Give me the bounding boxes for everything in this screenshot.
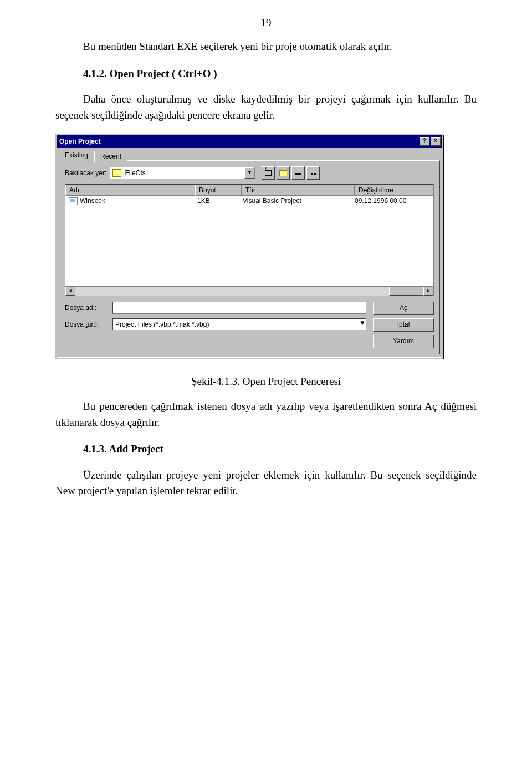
- paragraph-2: Daha önce oluşturulmuş ve diske kaydedil…: [55, 91, 477, 123]
- chevron-down-icon[interactable]: ▼: [359, 319, 366, 330]
- filetype-combo[interactable]: Project Files (*.vbp;*.mak;*.vbg) ▼: [112, 318, 366, 330]
- file-size: 1KB: [194, 197, 239, 205]
- listview-rows: Winseek 1KB Visual Basic Project 09.12.1…: [65, 196, 433, 286]
- vbp-file-icon: [69, 197, 78, 205]
- details-view-icon: [311, 172, 316, 175]
- dialog-body: Existing Recent Bakılacak yer: FileCts ▼: [57, 148, 442, 358]
- column-header-name[interactable]: Adı: [65, 185, 195, 196]
- help-titlebar-button[interactable]: ?: [420, 137, 429, 146]
- scrollbar-track[interactable]: [75, 287, 423, 296]
- column-header-size[interactable]: Boyut: [195, 185, 242, 196]
- filename-label: Dosya adı:: [65, 304, 108, 312]
- chevron-down-icon[interactable]: ▼: [244, 167, 254, 179]
- tab-page-existing: Bakılacak yer: FileCts ▼: [59, 160, 440, 354]
- dialog-title: Open Project: [58, 138, 101, 145]
- file-listview[interactable]: Adı Boyut Tür Değiştirilme Winseek 1KB V…: [65, 184, 434, 296]
- filetype-value: Project Files (*.vbp;*.mak;*.vbg): [113, 319, 359, 330]
- file-name: Winseek: [80, 197, 105, 205]
- close-titlebar-button[interactable]: ×: [431, 137, 441, 146]
- cancel-button[interactable]: İptal: [373, 318, 434, 332]
- section-heading-open-project: 4.1.2. Open Project ( Ctrl+O ): [55, 66, 477, 82]
- paragraph-3: Bu pencereden çağrılmak istenen dosya ad…: [55, 399, 477, 430]
- paragraph-4: Üzerinde çalışılan projeye yeni projeler…: [55, 467, 477, 499]
- section-heading-add-project: 4.1.3. Add Project: [55, 441, 477, 457]
- column-header-type[interactable]: Tür: [242, 185, 355, 196]
- column-header-modified[interactable]: Değiştirilme: [355, 185, 433, 196]
- tab-strip: Existing Recent: [59, 150, 440, 161]
- listview-header: Adı Boyut Tür Değiştirilme: [65, 185, 433, 196]
- view-details-button[interactable]: [306, 166, 320, 180]
- up-one-level-button[interactable]: [262, 166, 275, 180]
- view-list-button[interactable]: [291, 166, 305, 180]
- new-folder-button[interactable]: [277, 166, 290, 180]
- new-folder-icon: [279, 170, 287, 176]
- up-folder-icon: [265, 170, 272, 176]
- figure-caption: Şekil-4.1.3. Open Project Penceresi: [55, 375, 477, 388]
- filetype-label: Dosya türü:: [65, 321, 108, 328]
- list-view-icon: [295, 172, 301, 175]
- file-type: Visual Basic Project: [239, 197, 351, 205]
- scroll-right-button[interactable]: ►: [423, 287, 433, 296]
- paragraph-1: Bu menüden Standart EXE seçilerek yeni b…: [55, 39, 477, 55]
- scroll-left-button[interactable]: ◄: [65, 287, 75, 296]
- lookin-label: Bakılacak yer:: [65, 169, 106, 177]
- figure-open-project-dialog: Open Project ? × Existing Recent Bakılac…: [55, 134, 477, 359]
- open-button[interactable]: Aç: [373, 302, 434, 315]
- lookin-combo[interactable]: FileCts ▼: [110, 167, 255, 179]
- filename-input[interactable]: [112, 302, 366, 314]
- page-number: 19: [55, 17, 477, 29]
- tab-recent[interactable]: Recent: [94, 151, 127, 162]
- file-modified: 09.12.1996 00:00: [351, 197, 433, 205]
- tab-existing[interactable]: Existing: [59, 150, 94, 161]
- list-item[interactable]: Winseek 1KB Visual Basic Project 09.12.1…: [65, 196, 433, 206]
- scrollbar-thumb[interactable]: [389, 287, 423, 296]
- dialog-titlebar: Open Project ? ×: [57, 135, 442, 148]
- open-project-dialog: Open Project ? × Existing Recent Bakılac…: [55, 134, 443, 359]
- folder-icon: [112, 169, 121, 177]
- help-button[interactable]: Yardım: [373, 335, 434, 348]
- horizontal-scrollbar[interactable]: ◄ ►: [65, 286, 433, 296]
- lookin-value: FileCts: [124, 169, 244, 177]
